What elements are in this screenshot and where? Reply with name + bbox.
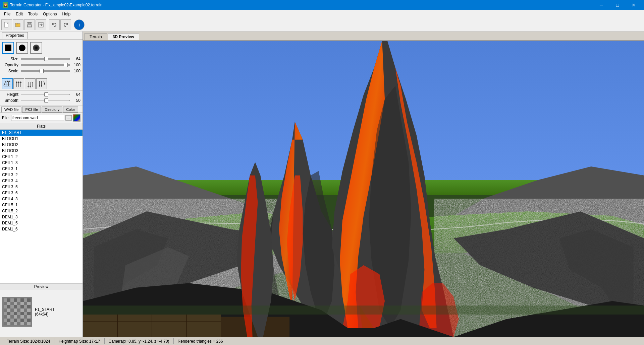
texture-list-item[interactable]: BLOOD3	[0, 148, 83, 154]
scale-slider[interactable]	[21, 70, 70, 72]
texture-list-item[interactable]: CEIL1_3	[0, 160, 83, 166]
window-controls[interactable]: ─ □ ✕	[594, 0, 641, 10]
menu-help[interactable]: Help	[59, 11, 73, 17]
tab-terrain[interactable]: Terrain	[85, 33, 107, 40]
open-button[interactable]	[13, 19, 23, 30]
brush-square[interactable]	[2, 42, 14, 54]
brush-soft-circle[interactable]	[30, 42, 42, 54]
texture-list-item[interactable]: CEIL3_4	[0, 178, 83, 184]
texture-list-item[interactable]: CEIL5_2	[0, 208, 83, 214]
size-slider[interactable]	[21, 58, 70, 60]
file-input[interactable]	[11, 115, 64, 121]
menu-tools[interactable]: Tools	[25, 11, 40, 17]
texture-list-item[interactable]: BLOOD1	[0, 136, 83, 142]
svg-marker-28	[30, 86, 31, 88]
tool-raise-all[interactable]	[13, 78, 24, 89]
texture-list-item[interactable]: DEM1_5	[0, 220, 83, 226]
height-thumb[interactable]	[44, 92, 48, 96]
color-picker-button[interactable]	[73, 114, 80, 122]
tool-raise-grid[interactable]	[2, 78, 13, 89]
titlebar-left: 🌄 Terrain Generator - F:\...ample02\Exam…	[3, 2, 102, 8]
svg-marker-33	[39, 85, 40, 87]
tab-directory[interactable]: Directory	[42, 107, 62, 113]
preview-label: Preview	[0, 284, 83, 290]
preview-section: Preview	[0, 283, 83, 337]
terrain-view	[83, 41, 644, 337]
browse-button[interactable]: ...	[65, 115, 72, 121]
export-button[interactable]	[36, 19, 46, 30]
svg-point-9	[19, 45, 25, 51]
texture-list-item[interactable]: CEIL3_5	[0, 184, 83, 190]
redo-button[interactable]	[60, 19, 71, 30]
tab-wad-file[interactable]: WAD file	[1, 107, 21, 113]
texture-list-item[interactable]: CEIL1_2	[0, 154, 83, 160]
texture-list-item[interactable]: DEM1_3	[0, 214, 83, 220]
menu-file[interactable]: File	[1, 11, 13, 17]
size-value: 64	[71, 57, 80, 61]
info-button[interactable]: i	[74, 19, 85, 30]
texture-list-item[interactable]: DEM1_6	[0, 226, 83, 232]
svg-marker-23	[20, 81, 21, 83]
tool-smooth[interactable]	[25, 78, 36, 89]
scale-label: Scale:	[2, 69, 19, 73]
brush-section: Size: 64 Opacity: 100 Scale: 100	[0, 40, 83, 77]
maximize-button[interactable]: □	[610, 0, 625, 10]
main-area: Properties Size:	[0, 31, 644, 337]
tool-lower[interactable]	[36, 78, 47, 89]
opacity-slider[interactable]	[21, 64, 70, 66]
svg-marker-29	[32, 82, 33, 83]
svg-rect-5	[28, 25, 32, 27]
file-row: File: ...	[0, 113, 83, 123]
texture-list-item[interactable]: CEIL3_1	[0, 166, 83, 172]
height-slider[interactable]	[21, 94, 70, 95]
brush-tools	[0, 77, 83, 91]
properties-tab-area: Properties	[0, 31, 83, 40]
tab-color[interactable]: Color	[63, 107, 78, 113]
preview-texture-size: (64x64)	[35, 312, 55, 317]
status-heightmap-size: Heightmap Size: 17x17	[54, 338, 104, 344]
flats-label: Flats	[0, 123, 83, 130]
file-label: File:	[2, 116, 10, 120]
opacity-thumb[interactable]	[64, 63, 68, 67]
svg-marker-34	[41, 85, 42, 87]
size-slider-row: Size: 64	[2, 57, 80, 61]
svg-rect-8	[5, 45, 11, 51]
scale-value: 100	[71, 69, 80, 73]
texture-list-item[interactable]: CEIL5_1	[0, 202, 83, 208]
close-button[interactable]: ✕	[626, 0, 641, 10]
brush-shapes	[2, 42, 80, 54]
smooth-slider[interactable]	[21, 100, 70, 101]
texture-list-container[interactable]: F1_STARTBLOOD1BLOOD2BLOOD3CEIL1_2CEIL1_3…	[0, 130, 83, 283]
toolbar: i	[0, 18, 644, 31]
undo-button[interactable]	[49, 19, 60, 30]
svg-rect-2	[15, 23, 17, 24]
new-button[interactable]	[1, 19, 12, 30]
brush-circle[interactable]	[16, 42, 28, 54]
preview-content: F1_START (64x64)	[0, 290, 83, 334]
preview-texture-name: F1_START	[35, 307, 55, 312]
svg-rect-41	[4, 298, 31, 325]
svg-rect-4	[28, 22, 31, 24]
menu-edit[interactable]: Edit	[13, 11, 25, 17]
size-thumb[interactable]	[44, 57, 48, 61]
texture-list-item[interactable]: CEIL3_6	[0, 190, 83, 196]
window-title: Terrain Generator - F:\...ample02\Exampl…	[10, 3, 102, 7]
save-button[interactable]	[24, 19, 35, 30]
smooth-thumb[interactable]	[44, 98, 48, 102]
minimize-button[interactable]: ─	[594, 0, 609, 10]
preview-info: F1_START (64x64)	[35, 307, 55, 317]
scale-thumb[interactable]	[40, 69, 44, 73]
menu-options[interactable]: Options	[40, 11, 59, 17]
status-triangles: Rendered triangles = 256	[174, 338, 227, 344]
texture-list-item[interactable]: CEIL3_2	[0, 172, 83, 178]
opacity-value: 100	[71, 63, 80, 67]
tab-pk3-file[interactable]: PK3 file	[22, 107, 41, 113]
texture-list-item[interactable]: F1_START	[0, 130, 83, 136]
properties-tab-button[interactable]: Properties	[2, 32, 28, 39]
tool-icons-row	[2, 78, 80, 89]
opacity-label: Opacity:	[2, 63, 19, 67]
texture-list-item[interactable]: BLOOD2	[0, 142, 83, 148]
texture-list-item[interactable]: CEIL4_3	[0, 196, 83, 202]
tab-3d-preview[interactable]: 3D Preview	[108, 33, 139, 40]
3d-viewport[interactable]	[83, 41, 644, 337]
